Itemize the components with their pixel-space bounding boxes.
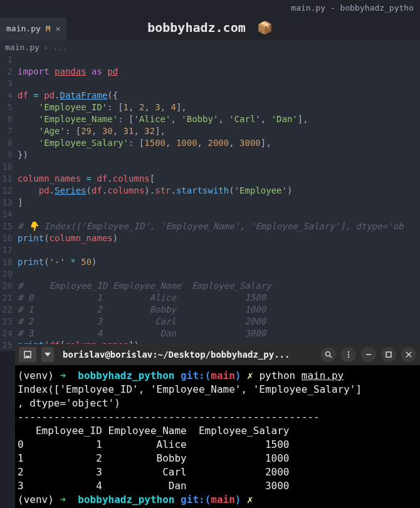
editor-tab-bar: main.py M × <box>0 18 420 40</box>
code-content[interactable]: import pandas as pd df = pd.DataFrame({ … <box>18 54 420 351</box>
columns: columns <box>107 185 144 195</box>
close: ) <box>92 257 97 267</box>
comment: # 2 3 Carl 2000 <box>18 316 266 326</box>
line-number: 17 <box>0 244 13 256</box>
colon: : [ <box>107 102 123 112</box>
fn-print: print <box>18 257 44 267</box>
line-number: 22 <box>0 304 13 316</box>
alias-pd: pd <box>107 66 118 76</box>
line-number: 9 <box>0 149 13 161</box>
end: ], <box>298 114 308 124</box>
colon: : [ <box>118 114 134 124</box>
num: 1500 <box>144 138 165 148</box>
arg: 'Employee' <box>234 185 287 195</box>
num: 4 <box>171 102 176 112</box>
prompt-dir: bobbyhadz_python <box>78 370 174 381</box>
var: column_names <box>50 233 113 243</box>
line-number: 2 <box>0 66 13 78</box>
line-number: 10 <box>0 161 13 173</box>
prompt-arrow: ➜ <box>60 494 66 505</box>
minimize-button[interactable] <box>361 347 376 362</box>
git-branch: main <box>211 494 235 505</box>
df: df <box>92 185 102 195</box>
str: '-' <box>50 257 65 267</box>
close-button[interactable] <box>401 347 416 362</box>
line-number: 20 <box>0 280 13 292</box>
fn-print: print <box>18 233 44 243</box>
var-df: df <box>18 90 28 100</box>
line-number: 11 <box>0 173 13 185</box>
dot: . <box>107 174 112 184</box>
bracket: [ <box>150 174 155 184</box>
op-eq: = <box>33 90 38 100</box>
key: 'Age' <box>39 126 65 136</box>
end: ], <box>176 102 187 112</box>
num: 1000 <box>176 138 197 148</box>
comment: # Employee_ID Employee_Name Employee_Sal… <box>18 281 271 291</box>
tab-dropdown-button[interactable] <box>41 347 54 362</box>
key: 'Employee_Name' <box>39 114 118 124</box>
columns: columns <box>113 174 150 184</box>
eq: = <box>87 174 92 184</box>
cmd-file: main.py <box>302 370 344 381</box>
line-number: 13 <box>0 197 13 209</box>
line-number: 6 <box>0 113 13 125</box>
svg-line-3 <box>330 356 332 358</box>
num: 50 <box>81 257 92 267</box>
fn-dataframe: DataFrame <box>60 90 107 100</box>
end: ], <box>155 126 165 136</box>
paren: ( <box>44 233 49 243</box>
editor-tab-main-py[interactable]: main.py M × <box>0 18 66 40</box>
terminal-titlebar: borislav@borislav:~/Desktop/bobbyhadz_py… <box>15 344 420 365</box>
terminal-title: borislav@borislav:~/Desktop/bobbyhadz_py… <box>59 350 316 360</box>
breadcrumb-file[interactable]: main.py <box>5 43 39 52</box>
output-line: Employee_ID Employee_Name Employee_Salar… <box>18 425 289 437</box>
line-number: 24 <box>0 328 13 340</box>
svg-rect-8 <box>386 352 391 357</box>
menu-icon[interactable] <box>341 347 356 362</box>
search-icon[interactable] <box>321 347 336 362</box>
svg-point-6 <box>348 356 349 358</box>
num: 3000 <box>239 138 261 148</box>
colon: : [ <box>129 138 144 148</box>
bracket: ] <box>18 197 23 207</box>
line-number: 5 <box>0 101 13 113</box>
git-branch: main <box>211 370 235 381</box>
pd: pd <box>39 185 50 195</box>
svg-point-4 <box>348 351 349 353</box>
breadcrumb-bar[interactable]: main.py › ... <box>0 40 420 54</box>
new-tab-button[interactable] <box>19 347 36 362</box>
terminal-output[interactable]: (venv) ➜ bobbyhadz_python git:(main) ✗ p… <box>15 365 420 508</box>
prompt-arrow: ➜ <box>60 370 66 381</box>
comment: # 3 4 Dan 3000 <box>18 328 266 338</box>
tab-filename: main.py <box>6 24 41 33</box>
colon: : [ <box>65 126 81 136</box>
line-number: 4 <box>0 90 13 101</box>
output-line: 3 4 Dan 3000 <box>18 480 289 492</box>
key: 'Employee_Salary' <box>39 138 129 148</box>
keyword-as: as <box>92 66 102 76</box>
tab-close-icon[interactable]: × <box>56 24 61 33</box>
tab-modified-indicator: M <box>46 24 51 33</box>
comment: # 1 2 Bobby 1000 <box>18 304 266 314</box>
output-line: 2 3 Carl 2000 <box>18 466 289 478</box>
git-suffix: ) <box>235 494 241 505</box>
comment: # 0 1 Alice 1500 <box>18 293 266 303</box>
close: ). <box>144 185 155 195</box>
line-number: 8 <box>0 137 13 149</box>
git-prefix: git:( <box>181 494 211 505</box>
str: 'Bobby' <box>181 114 218 124</box>
breadcrumb-separator: › ... <box>43 43 68 52</box>
line-number: 23 <box>0 316 13 328</box>
output-line: , dtype='object') <box>18 397 120 409</box>
paren: ({ <box>107 90 118 100</box>
git-prefix: git:( <box>181 370 211 381</box>
maximize-button[interactable] <box>381 347 396 362</box>
close-paren: }) <box>18 150 28 160</box>
git-dirty-icon: ✗ <box>247 494 253 505</box>
fn-startswith: startswith <box>176 185 229 195</box>
line-number: 3 <box>0 78 13 90</box>
code-editor[interactable]: 1234567891011121314151617181920212223242… <box>0 54 420 351</box>
num: 29 <box>81 126 92 136</box>
dot: . <box>50 185 55 195</box>
